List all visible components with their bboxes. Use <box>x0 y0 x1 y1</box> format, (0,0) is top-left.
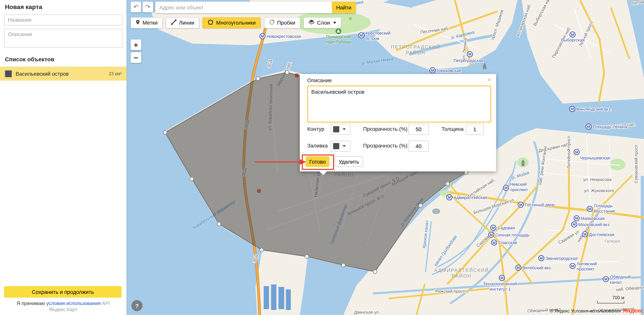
polygon-vertex-handle[interactable] <box>342 263 345 267</box>
fortress-icon <box>483 66 486 69</box>
polygon-vertex-handle[interactable] <box>190 177 194 181</box>
metro-icon-letter: М <box>468 52 471 56</box>
polygon-vertex-handle[interactable] <box>163 131 167 134</box>
metro-label: канал <box>610 280 622 285</box>
zoom-in-button[interactable]: + <box>131 39 142 50</box>
map-label: Рижский просп. <box>436 289 466 294</box>
polygon-edit-dialog: Описание × Васильевский остров Контур Пр… <box>300 74 496 171</box>
tool-polygons[interactable]: Многоугольники <box>203 17 261 29</box>
metro-icon-letter: М <box>572 222 576 226</box>
done-button[interactable]: Готово <box>306 156 329 167</box>
map-label: Галерея <box>605 239 620 243</box>
line-icon <box>171 20 176 26</box>
metro-icon-letter: М <box>575 150 578 154</box>
metro-label: проспект <box>577 267 594 271</box>
tool-label: Слои <box>317 20 330 26</box>
object-area: 23 км² <box>108 71 122 76</box>
metro-icon-letter: М <box>571 264 574 268</box>
metro-label: проспект <box>510 187 528 192</box>
object-list-item[interactable]: Васильевский остров 23 км² <box>0 67 126 81</box>
traffic-icon <box>269 20 274 26</box>
outline-label: Контур <box>307 126 324 132</box>
dialog-title: Описание <box>307 77 332 83</box>
search-button[interactable]: Найти <box>332 2 356 13</box>
polygon-vertex-handle[interactable] <box>305 255 308 258</box>
metro-icon-letter: М <box>540 256 543 260</box>
tool-placemarks[interactable]: Метки <box>131 17 162 29</box>
tool-layers[interactable]: Слои <box>304 17 342 29</box>
outline-color-dropdown[interactable] <box>331 124 350 135</box>
metro-label: Сенная площадь <box>495 233 530 237</box>
polygon-icon <box>208 20 214 26</box>
redo-button[interactable]: ↷ <box>142 2 153 13</box>
terms-of-use-link[interactable]: Условия использования <box>571 308 621 313</box>
metro-icon-letter: М <box>517 266 520 270</box>
outline-opacity-input[interactable] <box>408 124 429 135</box>
metro-label: Новокрестовская <box>266 34 301 39</box>
scale-bar <box>597 301 624 303</box>
metro-icon-letter: М <box>492 226 495 230</box>
chevron-down-icon <box>333 22 336 24</box>
metro-label: Московский вкз. <box>578 222 610 227</box>
page-title: Новая карта <box>5 3 122 10</box>
map-label: ПЕТРОГРАДСКИЙ <box>391 44 440 50</box>
delete-button[interactable]: Удалить <box>335 156 363 167</box>
polygon-description-input[interactable]: Васильевский остров <box>307 86 491 123</box>
fill-opacity-input[interactable] <box>408 141 429 152</box>
theatre-icon <box>432 209 440 214</box>
fill-label: Заливка <box>307 143 328 149</box>
polygon-vertex-handle[interactable] <box>419 204 422 207</box>
church-icon <box>522 162 524 166</box>
metro-icon-letter: М <box>571 33 574 37</box>
tool-label: Метки <box>142 20 158 26</box>
metro-label: Адмиралтейская <box>454 195 487 200</box>
map-scale: 700 м <box>597 295 624 303</box>
metro-icon-letter: М <box>492 241 496 245</box>
metro-label: Технологический <box>483 281 517 286</box>
objects-heading: Список объектов <box>5 56 122 62</box>
copyright: © Яндекс <box>550 308 570 313</box>
terms-line2: Яндекс.Карт <box>49 307 77 312</box>
save-continue-button[interactable]: Сохранить и продолжить <box>4 286 122 298</box>
tools-toolbar: Метки Линии Многоугольники Пробки <box>131 17 342 29</box>
map-label: Двинская ул. <box>354 310 380 314</box>
polygon-vertex-handle[interactable] <box>446 182 450 186</box>
thickness-label: Толщина <box>442 126 464 132</box>
metro-label: Горьковская <box>436 68 461 73</box>
polygon-vertex-handle[interactable] <box>373 270 377 273</box>
metro-label: Невский <box>510 182 527 187</box>
fill-color-dropdown[interactable] <box>331 141 350 152</box>
map-name-input[interactable] <box>4 15 122 26</box>
undo-button[interactable]: ↶ <box>131 2 142 13</box>
thickness-input[interactable] <box>466 124 484 135</box>
metro-icon-letter: М <box>504 186 508 190</box>
tool-lines[interactable]: Линии <box>166 17 199 29</box>
map-label: парк Победы <box>326 39 352 44</box>
metro-label: Чернышевская <box>580 156 610 160</box>
polygon-vertex-handle[interactable] <box>256 77 260 80</box>
metro-icon-letter: М <box>587 125 590 129</box>
fill-opacity-label: Прозрачность (%) <box>363 143 408 149</box>
terms-footer: Я принимаю условия использования API Янд… <box>0 300 126 313</box>
close-icon[interactable]: × <box>486 76 492 84</box>
tool-label: Многоугольники <box>216 20 256 26</box>
scale-label: 700 м <box>612 295 624 300</box>
pin-icon <box>136 20 140 26</box>
polygon-vertex-handle[interactable] <box>217 222 221 226</box>
metro-label: Восстания <box>594 209 615 214</box>
polygon-vertex-handle[interactable] <box>285 71 289 74</box>
map-description-input[interactable] <box>4 29 122 48</box>
fill-color-swatch <box>333 143 339 149</box>
terms-link[interactable]: условия использования <box>46 300 100 306</box>
layers-icon <box>308 20 314 26</box>
map-label: ул. Некрасова <box>583 177 612 182</box>
metro-icon-letter: М <box>583 232 586 236</box>
polygon-vertex-handle[interactable] <box>260 248 264 252</box>
metro-station: ММаяковская <box>574 216 604 221</box>
zoom-out-button[interactable]: − <box>131 52 142 63</box>
tool-traffic[interactable]: Пробки <box>264 17 300 29</box>
map-canvas[interactable]: Морская наб.ул. КораблестроителейНалична… <box>126 0 644 315</box>
search-input[interactable] <box>155 2 332 13</box>
help-button[interactable]: ? <box>132 300 142 311</box>
metro-label: институт 1 <box>490 287 511 291</box>
